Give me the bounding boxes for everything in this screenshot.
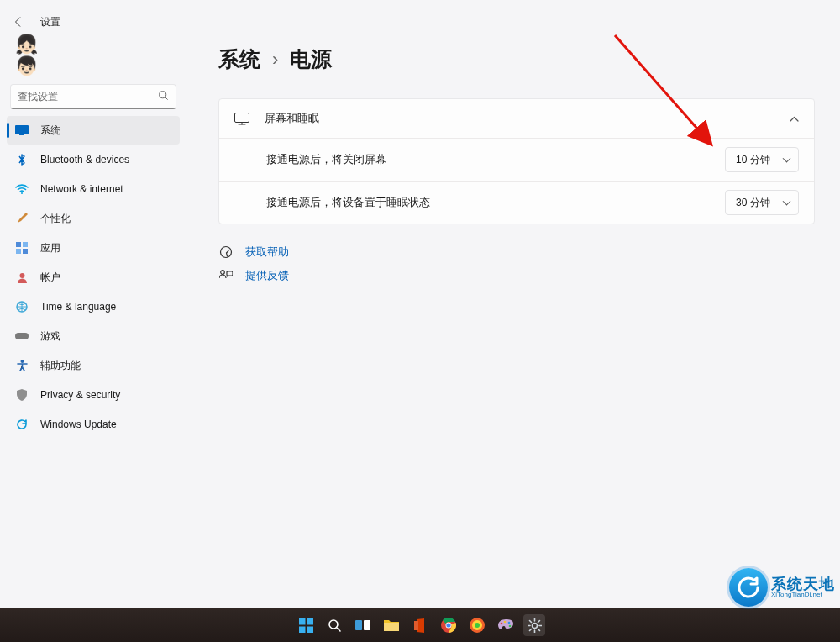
monitor-icon (234, 111, 249, 126)
feedback-link[interactable]: 提供反馈 (245, 269, 289, 283)
svg-point-28 (446, 623, 450, 627)
sidebar-item-bluetooth[interactable]: Bluetooth & devices (7, 145, 180, 174)
svg-rect-12 (235, 113, 249, 122)
svg-rect-25 (414, 621, 418, 630)
sidebar-item-label: Privacy & security (40, 389, 120, 401)
gamepad-icon (15, 329, 29, 343)
globe-icon (15, 300, 29, 313)
start-button[interactable] (295, 614, 317, 636)
svg-rect-10 (15, 333, 29, 339)
svg-point-13 (221, 247, 232, 258)
taskview-icon[interactable] (352, 614, 374, 636)
sidebar-item-label: Time & language (40, 301, 116, 313)
svg-rect-19 (299, 626, 306, 633)
taskbar[interactable] (0, 608, 840, 642)
sidebar-item-label: 辅助功能 (40, 359, 81, 373)
accessibility-icon (15, 359, 29, 372)
svg-point-11 (20, 360, 24, 363)
help-link[interactable]: 获取帮助 (245, 245, 289, 260)
sidebar-item-personalization[interactable]: 个性化 (7, 204, 180, 233)
svg-rect-18 (307, 618, 313, 625)
sidebar-item-time[interactable]: Time & language (7, 292, 180, 321)
svg-rect-23 (364, 620, 370, 630)
person-icon (15, 271, 29, 284)
sleep-select[interactable]: 30 分钟 (725, 190, 799, 215)
user-avatar[interactable]: 👧🏻👦🏻 (15, 39, 55, 72)
watermark-logo-icon (729, 568, 768, 607)
svg-rect-24 (384, 623, 399, 631)
breadcrumb-root[interactable]: 系统 (218, 45, 260, 73)
svg-rect-4 (16, 242, 21, 247)
paint-icon[interactable] (495, 614, 517, 636)
screen-sleep-header[interactable]: 屏幕和睡眠 (219, 99, 814, 138)
chevron-up-icon (790, 113, 799, 124)
screen-off-label: 接通电源后，将关闭屏幕 (266, 153, 711, 167)
svg-point-34 (508, 621, 511, 624)
svg-point-35 (509, 624, 512, 627)
sidebar-item-accounts[interactable]: 帐户 (7, 263, 180, 292)
svg-point-3 (21, 192, 23, 194)
search-icon (158, 90, 169, 103)
svg-rect-6 (16, 249, 21, 254)
sidebar-item-gaming[interactable]: 游戏 (7, 322, 180, 350)
brush-icon (15, 212, 29, 225)
sidebar-item-update[interactable]: Windows Update (7, 410, 180, 439)
sidebar-item-privacy[interactable]: Privacy & security (7, 381, 180, 409)
screen-off-row: 接通电源后，将关闭屏幕 10 分钟 (219, 138, 814, 181)
chrome-icon[interactable] (438, 614, 459, 636)
sidebar-item-label: 系统 (40, 124, 60, 138)
settings-icon[interactable] (523, 614, 545, 636)
sidebar-item-label: Network & internet (40, 183, 123, 195)
sidebar-item-label: 游戏 (40, 329, 60, 344)
svg-point-33 (504, 620, 507, 623)
sidebar: 👧🏻👦🏻 系统 Bluetooth & devices (0, 29, 186, 642)
taskbar-search-icon[interactable] (323, 614, 345, 636)
svg-point-32 (501, 622, 503, 624)
svg-rect-5 (23, 242, 28, 247)
card-title: 屏幕和睡眠 (265, 111, 774, 126)
svg-rect-15 (227, 271, 233, 276)
watermark: 系统天地 XiTongTianDi.net (729, 568, 835, 607)
sidebar-item-label: Bluetooth & devices (40, 154, 129, 166)
sidebar-item-label: 应用 (40, 241, 60, 255)
content-area: 系统 › 电源 屏幕和睡眠 接通电源后，将关闭屏幕 10 分钟 (186, 29, 840, 642)
breadcrumb: 系统 › 电源 (218, 45, 815, 73)
search-box[interactable] (10, 84, 176, 109)
screen-sleep-card: 屏幕和睡眠 接通电源后，将关闭屏幕 10 分钟 接通电源后，将设备置于睡眠状态 … (218, 98, 815, 224)
explorer-icon[interactable] (381, 614, 402, 636)
office-icon[interactable] (409, 614, 431, 636)
svg-rect-22 (355, 620, 362, 630)
bluetooth-icon (15, 153, 29, 166)
app-title: 设置 (40, 15, 60, 29)
apps-icon (15, 241, 29, 255)
chevron-right-icon: › (272, 49, 278, 71)
watermark-url: XiTongTianDi.net (771, 592, 835, 598)
sleep-label: 接通电源后，将设备置于睡眠状态 (266, 196, 711, 210)
svg-point-8 (19, 273, 24, 278)
svg-point-14 (221, 271, 225, 275)
watermark-brand: 系统天地 (771, 576, 835, 592)
sidebar-item-label: Windows Update (40, 418, 117, 430)
screen-off-select[interactable]: 10 分钟 (725, 147, 799, 172)
update-icon (15, 418, 29, 431)
svg-point-0 (160, 92, 166, 98)
svg-rect-7 (23, 249, 28, 254)
breadcrumb-leaf: 电源 (290, 45, 332, 73)
sidebar-item-apps[interactable]: 应用 (7, 234, 180, 262)
wifi-icon (15, 182, 29, 196)
sidebar-item-label: 个性化 (40, 212, 71, 226)
help-icon (218, 245, 234, 260)
svg-point-31 (475, 623, 480, 628)
sidebar-item-label: 帐户 (40, 271, 60, 285)
sidebar-item-system[interactable]: 系统 (7, 116, 180, 145)
system-icon (15, 124, 29, 137)
svg-rect-20 (307, 626, 313, 633)
search-input[interactable] (18, 91, 158, 103)
sidebar-item-accessibility[interactable]: 辅助功能 (7, 351, 180, 380)
browser-icon[interactable] (466, 614, 488, 636)
svg-point-36 (532, 623, 537, 628)
feedback-icon (218, 268, 234, 283)
svg-rect-2 (19, 134, 24, 135)
svg-rect-1 (15, 125, 29, 134)
sidebar-item-network[interactable]: Network & internet (7, 175, 180, 203)
